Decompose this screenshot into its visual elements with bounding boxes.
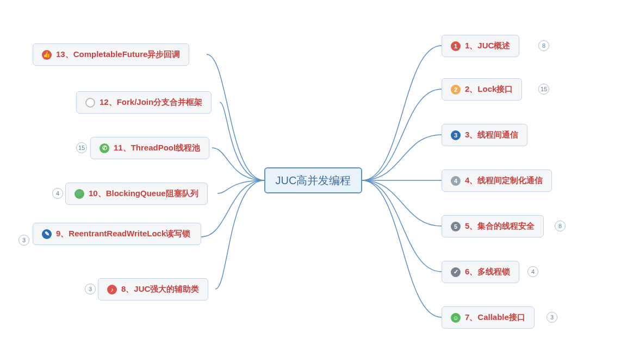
user-icon: ☺ <box>451 313 461 323</box>
node-lock-interface[interactable]: 2 2、Lock接口 <box>442 78 522 101</box>
node-label: 9、ReentrantReadWriteLock读写锁 <box>56 229 190 239</box>
node-label: 2、Lock接口 <box>465 84 513 95</box>
child-count: 3 <box>18 235 29 246</box>
node-forkjoin[interactable]: 12、Fork/Join分支合并框架 <box>76 91 212 114</box>
node-label: 3、线程间通信 <box>465 130 518 140</box>
number-icon: 5 <box>451 222 461 231</box>
node-completablefuture[interactable]: 👍 13、CompletableFuture异步回调 <box>33 43 189 66</box>
node-blockingqueue[interactable]: 🛒 10、BlockingQueue阻塞队列 <box>65 183 208 205</box>
node-juc-helpers[interactable]: ♪ 8、JUC强大的辅助类 <box>98 278 208 300</box>
node-multithread-lock[interactable]: ✓ 6、多线程锁 <box>442 261 519 283</box>
node-callable[interactable]: ☺ 7、Callable接口 <box>442 306 535 329</box>
phone-icon: ✆ <box>100 143 109 153</box>
circle-icon <box>85 98 95 108</box>
node-label: 5、集合的线程安全 <box>465 221 535 231</box>
number-icon: 3 <box>451 130 461 140</box>
cart-icon: 🛒 <box>74 189 84 199</box>
node-readwritelock[interactable]: ✎ 9、ReentrantReadWriteLock读写锁 <box>33 223 201 245</box>
edit-icon: ✎ <box>42 229 52 239</box>
node-label: 11、ThreadPool线程池 <box>114 143 200 153</box>
thumb-icon: 👍 <box>42 50 52 60</box>
node-label: 1、JUC概述 <box>465 41 510 51</box>
check-icon: ✓ <box>451 267 461 277</box>
node-label: 13、CompletableFuture异步回调 <box>56 49 180 60</box>
node-thread-comm[interactable]: 3 3、线程间通信 <box>442 124 527 146</box>
child-count: 15 <box>538 84 549 95</box>
number-icon: 4 <box>451 176 461 186</box>
node-label: 6、多线程锁 <box>465 267 510 277</box>
child-count: 15 <box>76 142 87 153</box>
child-count: 3 <box>547 312 557 323</box>
node-label: 7、Callable接口 <box>465 312 525 323</box>
child-count: 4 <box>52 188 63 199</box>
center-node[interactable]: JUC高并发编程 <box>264 167 362 193</box>
node-label: 4、线程间定制化通信 <box>465 175 543 186</box>
child-count: 8 <box>538 40 549 51</box>
node-label: 12、Fork/Join分支合并框架 <box>100 97 202 108</box>
music-icon: ♪ <box>107 285 117 294</box>
node-label: 8、JUC强大的辅助类 <box>121 284 199 294</box>
center-title: JUC高并发编程 <box>276 173 351 188</box>
number-icon: 1 <box>451 41 461 51</box>
node-juc-overview[interactable]: 1 1、JUC概述 <box>442 35 519 57</box>
node-custom-comm[interactable]: 4 4、线程间定制化通信 <box>442 170 552 192</box>
number-icon: 2 <box>451 85 461 95</box>
child-count: 4 <box>527 266 538 277</box>
child-count: 3 <box>85 284 96 294</box>
child-count: 8 <box>555 221 566 231</box>
node-threadpool[interactable]: ✆ 11、ThreadPool线程池 <box>90 137 209 159</box>
node-label: 10、BlockingQueue阻塞队列 <box>89 189 198 199</box>
node-collection-safe[interactable]: 5 5、集合的线程安全 <box>442 215 544 237</box>
